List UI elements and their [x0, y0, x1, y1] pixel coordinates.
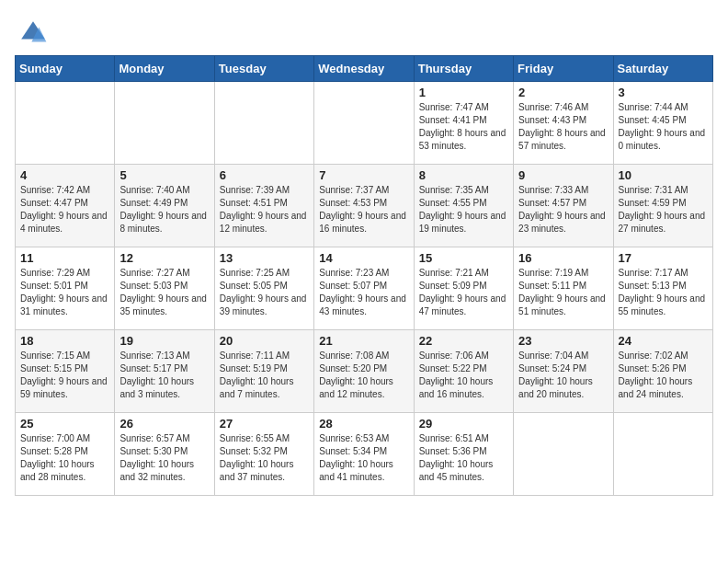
calendar-cell: 6Sunrise: 7:39 AMSunset: 4:51 PMDaylight…	[214, 165, 313, 247]
calendar-cell: 16Sunrise: 7:19 AMSunset: 5:11 PMDayligh…	[514, 247, 613, 330]
day-info: Sunrise: 7:23 AMSunset: 5:07 PMDaylight:…	[319, 267, 408, 318]
day-info: Sunrise: 7:46 AMSunset: 4:43 PMDaylight:…	[518, 101, 608, 153]
day-info: Sunrise: 7:35 AMSunset: 4:55 PMDaylight:…	[419, 184, 508, 236]
day-info: Sunrise: 7:33 AMSunset: 4:57 PMDaylight:…	[518, 184, 608, 236]
calendar-cell	[314, 82, 414, 165]
calendar-week-row: 11Sunrise: 7:29 AMSunset: 5:01 PMDayligh…	[16, 247, 713, 330]
day-info: Sunrise: 7:17 AMSunset: 5:13 PMDaylight:…	[619, 267, 708, 318]
logo-icon	[18, 18, 48, 48]
calendar-cell: 3Sunrise: 7:44 AMSunset: 4:45 PMDaylight…	[613, 82, 712, 165]
calendar-cell	[214, 82, 313, 165]
calendar-cell: 18Sunrise: 7:15 AMSunset: 5:15 PMDayligh…	[16, 330, 115, 413]
weekday-header-cell: Wednesday	[314, 56, 414, 82]
calendar-cell	[16, 82, 115, 165]
calendar-week-row: 18Sunrise: 7:15 AMSunset: 5:15 PMDayligh…	[16, 330, 713, 413]
day-number: 14	[319, 251, 408, 265]
day-number: 29	[419, 417, 508, 431]
day-number: 18	[20, 334, 109, 348]
day-info: Sunrise: 7:08 AMSunset: 5:20 PMDaylight:…	[319, 350, 408, 401]
day-info: Sunrise: 7:31 AMSunset: 4:59 PMDaylight:…	[619, 184, 708, 236]
calendar-cell	[514, 413, 613, 496]
day-info: Sunrise: 7:06 AMSunset: 5:22 PMDaylight:…	[419, 350, 508, 401]
day-number: 25	[20, 417, 109, 431]
day-number: 22	[419, 334, 508, 348]
weekday-header-cell: Thursday	[414, 56, 513, 82]
day-info: Sunrise: 7:40 AMSunset: 4:49 PMDaylight:…	[119, 184, 209, 236]
calendar-cell: 21Sunrise: 7:08 AMSunset: 5:20 PMDayligh…	[314, 330, 414, 413]
day-info: Sunrise: 7:27 AMSunset: 5:03 PMDaylight:…	[119, 267, 209, 318]
calendar-cell: 26Sunrise: 6:57 AMSunset: 5:30 PMDayligh…	[115, 413, 214, 496]
calendar-cell: 7Sunrise: 7:37 AMSunset: 4:53 PMDaylight…	[314, 165, 414, 247]
day-info: Sunrise: 7:29 AMSunset: 5:01 PMDaylight:…	[20, 267, 109, 318]
header	[15, 15, 713, 48]
calendar-cell: 22Sunrise: 7:06 AMSunset: 5:22 PMDayligh…	[414, 330, 513, 413]
day-info: Sunrise: 7:39 AMSunset: 4:51 PMDaylight:…	[220, 184, 309, 236]
day-info: Sunrise: 6:51 AMSunset: 5:36 PMDaylight:…	[419, 432, 508, 484]
day-number: 12	[119, 251, 209, 265]
day-info: Sunrise: 7:11 AMSunset: 5:19 PMDaylight:…	[220, 350, 309, 401]
weekday-header-cell: Saturday	[613, 56, 712, 82]
calendar-cell: 19Sunrise: 7:13 AMSunset: 5:17 PMDayligh…	[115, 330, 214, 413]
day-number: 28	[319, 417, 408, 431]
day-number: 23	[518, 334, 608, 348]
calendar-week-row: 25Sunrise: 7:00 AMSunset: 5:28 PMDayligh…	[16, 413, 713, 496]
day-info: Sunrise: 7:02 AMSunset: 5:26 PMDaylight:…	[619, 350, 708, 401]
day-number: 2	[518, 86, 608, 99]
day-info: Sunrise: 7:42 AMSunset: 4:47 PMDaylight:…	[20, 184, 109, 236]
calendar-cell: 20Sunrise: 7:11 AMSunset: 5:19 PMDayligh…	[214, 330, 313, 413]
day-number: 21	[319, 334, 408, 348]
day-number: 8	[419, 168, 508, 182]
day-info: Sunrise: 7:21 AMSunset: 5:09 PMDaylight:…	[419, 267, 508, 318]
day-number: 10	[619, 168, 708, 182]
day-number: 11	[20, 251, 109, 265]
calendar-cell: 24Sunrise: 7:02 AMSunset: 5:26 PMDayligh…	[613, 330, 712, 413]
weekday-header-cell: Sunday	[16, 56, 115, 82]
calendar-cell	[115, 82, 214, 165]
day-info: Sunrise: 6:53 AMSunset: 5:34 PMDaylight:…	[319, 432, 408, 484]
calendar-cell: 8Sunrise: 7:35 AMSunset: 4:55 PMDaylight…	[414, 165, 513, 247]
calendar-table: SundayMondayTuesdayWednesdayThursdayFrid…	[15, 55, 713, 496]
calendar-cell: 28Sunrise: 6:53 AMSunset: 5:34 PMDayligh…	[314, 413, 414, 496]
day-info: Sunrise: 7:37 AMSunset: 4:53 PMDaylight:…	[319, 184, 408, 236]
day-number: 4	[20, 168, 109, 182]
calendar-week-row: 4Sunrise: 7:42 AMSunset: 4:47 PMDaylight…	[16, 165, 713, 247]
day-info: Sunrise: 7:47 AMSunset: 4:41 PMDaylight:…	[419, 101, 508, 153]
day-info: Sunrise: 7:13 AMSunset: 5:17 PMDaylight:…	[119, 350, 209, 401]
calendar-cell: 27Sunrise: 6:55 AMSunset: 5:32 PMDayligh…	[214, 413, 313, 496]
day-info: Sunrise: 7:19 AMSunset: 5:11 PMDaylight:…	[518, 267, 608, 318]
day-number: 5	[119, 168, 209, 182]
day-number: 9	[518, 168, 608, 182]
calendar-cell: 25Sunrise: 7:00 AMSunset: 5:28 PMDayligh…	[16, 413, 115, 496]
calendar-cell: 10Sunrise: 7:31 AMSunset: 4:59 PMDayligh…	[613, 165, 712, 247]
day-number: 17	[619, 251, 708, 265]
calendar-cell: 29Sunrise: 6:51 AMSunset: 5:36 PMDayligh…	[414, 413, 513, 496]
day-number: 27	[220, 417, 309, 431]
day-info: Sunrise: 7:25 AMSunset: 5:05 PMDaylight:…	[220, 267, 309, 318]
day-number: 15	[419, 251, 508, 265]
day-number: 13	[220, 251, 309, 265]
day-info: Sunrise: 7:00 AMSunset: 5:28 PMDaylight:…	[20, 432, 109, 484]
day-number: 16	[518, 251, 608, 265]
weekday-header-cell: Tuesday	[214, 56, 313, 82]
calendar-cell	[613, 413, 712, 496]
weekday-header-row: SundayMondayTuesdayWednesdayThursdayFrid…	[16, 56, 713, 82]
day-number: 24	[619, 334, 708, 348]
day-number: 1	[419, 86, 508, 99]
calendar-cell: 12Sunrise: 7:27 AMSunset: 5:03 PMDayligh…	[115, 247, 214, 330]
calendar-cell: 9Sunrise: 7:33 AMSunset: 4:57 PMDaylight…	[514, 165, 613, 247]
weekday-header-cell: Friday	[514, 56, 613, 82]
calendar-cell: 14Sunrise: 7:23 AMSunset: 5:07 PMDayligh…	[314, 247, 414, 330]
day-number: 20	[220, 334, 309, 348]
day-number: 6	[220, 168, 309, 182]
day-number: 7	[319, 168, 408, 182]
day-info: Sunrise: 6:55 AMSunset: 5:32 PMDaylight:…	[220, 432, 309, 484]
calendar-cell: 5Sunrise: 7:40 AMSunset: 4:49 PMDaylight…	[115, 165, 214, 247]
day-info: Sunrise: 7:15 AMSunset: 5:15 PMDaylight:…	[20, 350, 109, 401]
day-number: 3	[619, 86, 708, 99]
day-number: 19	[119, 334, 209, 348]
day-number: 26	[119, 417, 209, 431]
calendar-cell: 2Sunrise: 7:46 AMSunset: 4:43 PMDaylight…	[514, 82, 613, 165]
calendar-cell: 13Sunrise: 7:25 AMSunset: 5:05 PMDayligh…	[214, 247, 313, 330]
weekday-header-cell: Monday	[115, 56, 214, 82]
calendar-cell: 4Sunrise: 7:42 AMSunset: 4:47 PMDaylight…	[16, 165, 115, 247]
